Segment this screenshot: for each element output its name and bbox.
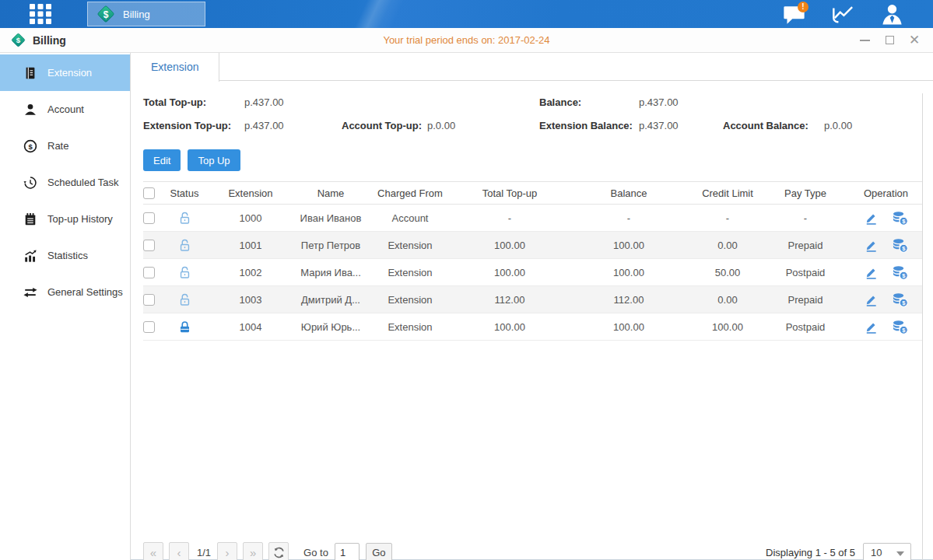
top-up-row-icon[interactable]: $ [892, 292, 908, 307]
header-credit-limit[interactable]: Credit Limit [694, 187, 761, 199]
window-controls: ✕ [858, 34, 921, 47]
line-chart-icon [830, 3, 855, 25]
extensions-table: Status Extension Name Charged From Total… [143, 181, 922, 341]
last-page-button[interactable]: » [243, 542, 263, 560]
sidebar-item-statistics[interactable]: Statistics [0, 237, 130, 274]
row-checkbox[interactable] [143, 294, 155, 306]
person-icon [23, 103, 37, 117]
cell-credit-limit: 100.00 [694, 321, 761, 333]
top-up-row-icon[interactable]: $ [892, 238, 908, 253]
edit-row-icon[interactable] [864, 320, 879, 334]
top-up-row-icon[interactable]: $ [892, 211, 908, 226]
cell-extension: 1003 [204, 294, 297, 306]
refresh-button[interactable] [268, 542, 289, 560]
taskbar-tab-billing[interactable]: $ Billing [87, 2, 205, 26]
notepad-icon [23, 212, 37, 226]
edit-row-icon[interactable] [864, 211, 879, 226]
table-row[interactable]: 1001 Петр Петров Extension 100.00 100.00… [143, 232, 922, 259]
header-extension[interactable]: Extension [204, 187, 297, 199]
edit-button[interactable]: Edit [143, 149, 181, 171]
table-row[interactable]: 1003 Дмитрий Д... Extension 112.00 112.0… [143, 286, 922, 313]
top-up-button[interactable]: Top Up [188, 149, 240, 171]
next-page-button[interactable]: › [217, 542, 237, 560]
minimize-button[interactable] [858, 34, 871, 47]
taskbar: $ Billing ! [0, 0, 933, 28]
cell-total-topup: 100.00 [456, 321, 563, 333]
header-total-topup[interactable]: Total Top-up [456, 187, 563, 199]
table-row[interactable]: 1002 Мария Ива... Extension 100.00 100.0… [143, 259, 922, 286]
total-topup-value: p.437.00 [244, 96, 284, 108]
tab-extension[interactable]: Extension [131, 53, 219, 82]
top-up-row-icon[interactable]: $ [892, 320, 908, 334]
prev-page-button[interactable]: ‹ [169, 542, 189, 560]
cell-charged-from: Extension [364, 321, 456, 333]
balance-label: Balance: [539, 96, 581, 108]
select-all-checkbox[interactable] [143, 187, 155, 199]
header-name[interactable]: Name [297, 187, 364, 199]
account-topup-label: Account Top-up: [342, 120, 422, 131]
goto-page-input[interactable] [335, 543, 360, 560]
sidebar-item-label: Rate [47, 140, 68, 152]
sidebar-item-rate[interactable]: $ Rate [0, 128, 130, 164]
refresh-icon [273, 547, 285, 558]
header-balance[interactable]: Balance [563, 187, 694, 199]
cell-pay-type: Postpaid [761, 267, 850, 278]
sidebar: Extension Account $ Rate [0, 53, 131, 560]
pagination-bar: « ‹ 1/1 › » Go to Go [143, 542, 911, 560]
cell-charged-from: Extension [364, 294, 456, 306]
extension-balance-label: Extension Balance: [539, 120, 633, 131]
history-clock-icon [23, 176, 37, 190]
cell-name: Иван Иванов [297, 212, 364, 224]
row-checkbox[interactable] [143, 240, 155, 251]
exchange-arrows-icon [23, 285, 37, 299]
header-status[interactable]: Status [165, 187, 204, 199]
page-indicator: 1/1 [197, 547, 211, 558]
cell-total-topup: 100.00 [456, 267, 563, 278]
header-operation[interactable]: Operation [850, 187, 922, 199]
user-button[interactable] [879, 2, 905, 26]
edit-row-icon[interactable] [864, 265, 879, 280]
edit-row-icon[interactable] [864, 292, 879, 307]
page-size-select[interactable]: 10 [863, 543, 911, 560]
table-row[interactable]: 1000 Иван Иванов Account - - - - $ [143, 205, 922, 232]
account-balance-label: Account Balance: [723, 120, 808, 131]
sidebar-item-extension[interactable]: Extension [0, 54, 130, 91]
top-up-row-icon[interactable]: $ [892, 265, 908, 280]
extension-topup-value: p.437.00 [244, 120, 284, 131]
first-page-button[interactable]: « [143, 542, 163, 560]
taskbar-tray: ! [780, 0, 905, 28]
cell-balance: 100.00 [563, 267, 694, 278]
header-pay-type[interactable]: Pay Type [761, 187, 850, 199]
monitor-button[interactable] [830, 2, 856, 26]
sidebar-item-scheduled-task[interactable]: Scheduled Task [0, 164, 130, 201]
chat-button[interactable]: ! [780, 2, 807, 26]
action-buttons: Edit Top Up [143, 149, 922, 171]
unlocked-icon [177, 265, 192, 280]
edit-row-icon[interactable] [864, 238, 879, 253]
balance-value: p.437.00 [639, 96, 679, 108]
goto-label: Go to [303, 547, 328, 558]
sidebar-item-general-settings[interactable]: General Settings [0, 274, 130, 310]
close-button[interactable]: ✕ [908, 34, 921, 47]
cell-total-topup: - [456, 212, 563, 224]
row-checkbox[interactable] [143, 321, 155, 333]
header-charged-from[interactable]: Charged From [364, 187, 456, 199]
table-row[interactable]: 1004 Юрий Юрь... Extension 100.00 100.00… [143, 313, 922, 341]
row-checkbox[interactable] [143, 267, 155, 278]
page-size-value: 10 [871, 547, 882, 558]
maximize-button[interactable] [883, 34, 896, 47]
stats-chart-icon [23, 249, 37, 263]
svg-text:$: $ [16, 36, 21, 44]
cell-name: Петр Петров [297, 240, 364, 251]
sidebar-item-account[interactable]: Account [0, 91, 130, 128]
cell-pay-type: Postpaid [761, 321, 850, 333]
row-checkbox[interactable] [143, 212, 155, 224]
cell-extension: 1000 [204, 212, 297, 224]
go-button[interactable]: Go [366, 543, 392, 560]
svg-text:$: $ [103, 9, 109, 20]
billing-window-icon: $ [10, 32, 26, 48]
sidebar-item-topup-history[interactable]: Top-up History [0, 201, 130, 237]
app-grid-button[interactable] [26, 2, 55, 26]
cell-credit-limit: 0.00 [694, 294, 761, 306]
cell-name: Юрий Юрь... [297, 321, 364, 333]
